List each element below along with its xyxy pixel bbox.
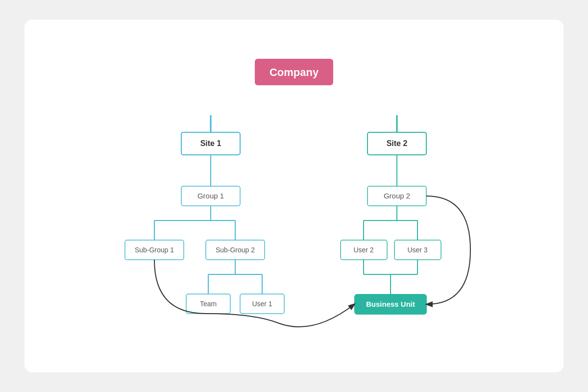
company-label: Company	[270, 66, 319, 78]
businessunit-label: Business Unit	[366, 300, 415, 308]
subgroup2-node: Sub-Group 2	[206, 240, 265, 260]
user1-node: User 1	[240, 294, 284, 314]
user3-node: User 3	[394, 240, 441, 260]
subgroup1-label: Sub-Group 1	[135, 246, 174, 254]
group2-label: Group 2	[384, 192, 410, 200]
user3-label: User 3	[407, 246, 427, 254]
diagram-card: Company Site 1 Site 2 Group 1	[24, 20, 564, 372]
businessunit-node: Business Unit	[354, 294, 427, 315]
site1-label: Site 1	[200, 139, 221, 147]
site1-node: Site 1	[181, 132, 240, 155]
team-label: Team	[200, 300, 217, 308]
user2-node: User 2	[341, 240, 387, 260]
company-node: Company	[255, 59, 333, 85]
user2-label: User 2	[353, 246, 373, 254]
subgroup1-node: Sub-Group 1	[125, 240, 184, 260]
team-node: Team	[186, 294, 230, 314]
group1-node: Group 1	[181, 186, 240, 206]
user1-label: User 1	[252, 300, 272, 308]
group2-node: Group 2	[368, 186, 426, 206]
site2-label: Site 2	[387, 139, 408, 147]
subgroup2-label: Sub-Group 2	[216, 246, 255, 254]
group1-label: Group 1	[197, 192, 224, 200]
site2-node: Site 2	[368, 132, 426, 155]
